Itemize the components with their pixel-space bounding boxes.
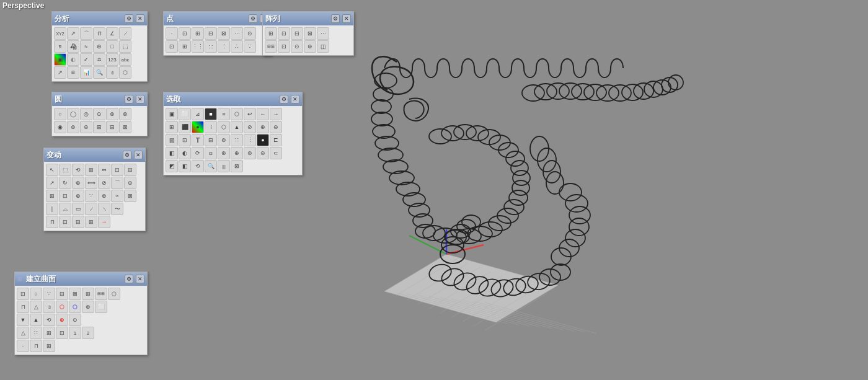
panel-transform-close[interactable]: ✕ (134, 151, 143, 159)
sel-s3[interactable]: ⟳ (192, 147, 204, 159)
sel-hatch[interactable]: ▨ (166, 134, 178, 146)
tr-rotate2[interactable]: ↻ (59, 177, 71, 189)
sel-arrow[interactable]: ↩ (244, 108, 256, 120)
sf-grid2[interactable]: ⊞ (43, 327, 55, 339)
tool-circle9[interactable]: ⊝ (80, 121, 92, 133)
tr-move[interactable]: ↖ (46, 164, 58, 176)
tool-area[interactable]: □ (106, 40, 118, 53)
tool-pts4[interactable]: ⸬ (205, 40, 217, 53)
sf-floor[interactable]: ⊓ (30, 340, 42, 352)
tool-zebra[interactable]: 🦓 (67, 40, 79, 53)
tr-line[interactable]: ⟋ (85, 203, 97, 215)
tool-arr6[interactable]: ⊞⊞ (265, 40, 277, 53)
sel-black2[interactable]: ● (257, 134, 269, 146)
sel-filter[interactable]: ⊿ (192, 108, 204, 120)
sf-drop[interactable]: ▼ (17, 314, 29, 326)
tool-contour[interactable]: ≈ (80, 40, 92, 53)
tr-arr[interactable]: ⊞ (46, 190, 58, 202)
tool-circle7[interactable]: ◉ (54, 121, 66, 133)
tr-scale[interactable]: ⊞ (85, 164, 97, 176)
tr-copy[interactable]: ⬚ (59, 164, 71, 176)
tool-pts6[interactable]: ∴ (231, 40, 243, 53)
tool-pointer[interactable]: ↗ (54, 66, 66, 79)
tool-circle5[interactable]: ⊚ (106, 108, 118, 120)
tr-plus[interactable]: ⊕ (72, 190, 84, 202)
tool-circle8[interactable]: ⊜ (67, 121, 79, 133)
sel-invert[interactable]: ⊘ (244, 121, 256, 133)
tool-circle10[interactable]: ⊞ (93, 121, 105, 133)
tr-spiral[interactable]: ⊛ (98, 190, 110, 202)
tool-point3[interactable]: ⊞ (192, 27, 204, 40)
tool-arr10[interactable]: ◫ (317, 40, 329, 53)
sel-s4[interactable]: ⧈ (205, 147, 217, 159)
tool-pts5[interactable]: ⁚ (218, 40, 230, 53)
sel-window[interactable]: ⬜ (179, 108, 191, 120)
panel-circle-settings[interactable]: ⚙ (125, 95, 133, 104)
sel-ring[interactable]: ⊚ (218, 134, 230, 146)
sel-quad[interactable]: ⊡ (179, 134, 191, 146)
sf-grid3[interactable]: ⊞ (43, 340, 55, 352)
tr-pts3[interactable]: ⊞ (85, 216, 97, 228)
sf-red2[interactable]: ⊕ (56, 314, 68, 326)
tr-proj[interactable]: ⊠ (124, 190, 136, 202)
tr-arr2[interactable]: ⊡ (59, 190, 71, 202)
sel-s6[interactable]: ⊕ (231, 147, 243, 159)
tool-bar-chart[interactable]: 📊 (80, 66, 92, 79)
panel-circle-close[interactable]: ✕ (136, 95, 144, 104)
sel-3d[interactable]: ⬡ (231, 108, 243, 120)
tr-orient[interactable]: ⊡ (111, 164, 123, 176)
sel-dots2[interactable]: ∷ (231, 134, 243, 146)
sf-circle[interactable]: ○ (30, 288, 42, 300)
tr-edge[interactable]: | (46, 203, 58, 215)
sf-patch[interactable]: ⬡ (108, 288, 120, 300)
sel-s2[interactable]: ◐ (179, 147, 191, 159)
sel-t[interactable]: T (192, 134, 204, 146)
sel-s9[interactable]: ⊂ (270, 147, 282, 159)
tool-point4[interactable]: ⊟ (205, 27, 217, 40)
tool-direction[interactable]: ⊕ (93, 40, 105, 53)
tr-curve[interactable]: ⌓ (59, 203, 71, 215)
sel-shrink[interactable]: ⊖ (270, 121, 282, 133)
tool-circle1[interactable]: ○ (54, 108, 66, 120)
tool-r[interactable]: R (54, 40, 66, 53)
sf-cone[interactable]: △ (17, 327, 29, 339)
sf-num2[interactable]: 2 (82, 327, 94, 339)
tool-pts7[interactable]: ∵ (244, 40, 256, 53)
panel-surface-settings[interactable]: ⚙ (125, 275, 133, 283)
sel-tri[interactable]: ▲ (231, 121, 243, 133)
tool-arr2[interactable]: ⊡ (278, 27, 290, 40)
sel-random[interactable]: ⋮ (244, 134, 256, 146)
tool-shade[interactable]: ◐ (67, 53, 79, 66)
sel-t3[interactable]: ⟲ (192, 160, 204, 172)
sf-twist[interactable]: ⊛ (82, 301, 94, 313)
panel-surface-close[interactable]: ✕ (136, 275, 144, 283)
sel-dots[interactable]: ⁞ (205, 121, 217, 133)
tr-rect[interactable]: ▭ (72, 203, 84, 215)
tool-search2[interactable]: 🔍 (93, 66, 105, 79)
tr-3d[interactable]: ⊓ (46, 216, 58, 228)
tool-arr7[interactable]: ⊡ (278, 40, 290, 53)
tool-pts2[interactable]: ⊞ (179, 40, 191, 53)
sf-tri[interactable]: △ (30, 301, 42, 313)
tool-point6[interactable]: ⋯ (231, 27, 243, 40)
panel-analysis-settings[interactable]: ⚙ (125, 14, 133, 23)
sel-t1[interactable]: ◩ (166, 160, 178, 172)
tool-xy-coords[interactable]: XY2 (54, 27, 66, 40)
tool-check[interactable]: ✓ (80, 53, 92, 66)
sel-cube[interactable]: ⬛ (179, 121, 191, 133)
sel-polygon[interactable]: ⬡ (218, 121, 230, 133)
tool-surface-analysis[interactable]: ⊓ (93, 27, 105, 40)
tr-stretch[interactable]: ⟺ (85, 177, 97, 189)
sf-edge[interactable]: ⊡ (17, 288, 29, 300)
tool-point5[interactable]: ⊠ (218, 27, 230, 40)
tool-curve-analysis[interactable]: ⌒ (80, 27, 92, 40)
tr-align[interactable]: ⊟ (124, 164, 136, 176)
tr-cage[interactable]: ⊡ (59, 216, 71, 228)
sel-list[interactable]: ≡ (218, 108, 230, 120)
sf-pts2[interactable]: ∷ (30, 327, 42, 339)
tool-text[interactable]: 123 (106, 53, 118, 66)
sf-net[interactable]: ⊞ (82, 288, 94, 300)
tool-arr4[interactable]: ⊠ (304, 27, 316, 40)
sf-pts[interactable]: ∵ (43, 288, 55, 300)
tool-point7[interactable]: ⊙ (244, 27, 256, 40)
